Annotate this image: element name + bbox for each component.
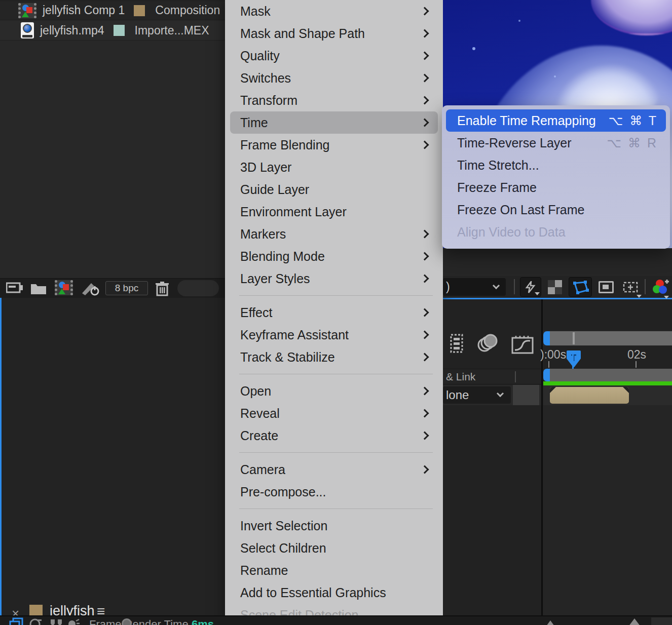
time-ruler[interactable]: ):00s 02s	[543, 346, 672, 369]
project-item-composition[interactable]: jellyfish Comp 1 Composition	[0, 1, 225, 20]
menu-item-invert-selection[interactable]: Invert Selection	[225, 515, 443, 537]
menu-item-quality[interactable]: Quality	[225, 45, 443, 67]
menu-item-markers[interactable]: Markers	[225, 223, 443, 245]
grid-guides-button[interactable]	[619, 277, 642, 297]
menu-item-blending-mode[interactable]: Blending Mode	[225, 245, 443, 267]
project-panel: jellyfish Comp 1 Composition jellyfish.m…	[0, 0, 225, 298]
menu-item-create[interactable]: Create	[225, 424, 443, 447]
composition-flowchart-icon[interactable]	[9, 617, 23, 625]
work-area-track[interactable]	[550, 369, 672, 381]
menu-item-mask-and-shape-path[interactable]: Mask and Shape Path	[225, 22, 443, 45]
timeline-zoom-slider-knob[interactable]	[122, 618, 132, 625]
menu-item-label: Switches	[240, 71, 422, 86]
shortcut-label: ⌥ ⌘ R	[607, 136, 658, 150]
fast-previews-button[interactable]	[520, 277, 541, 297]
render-engine-icon[interactable]	[81, 281, 99, 296]
work-area-start-cap[interactable]	[543, 369, 550, 381]
menu-item-mask[interactable]: Mask	[225, 0, 443, 22]
menu-item-switches[interactable]: Switches	[225, 67, 443, 89]
layer-row-parent-cell: lone	[443, 385, 541, 405]
chevron-down-icon	[493, 282, 500, 289]
region-of-interest-button[interactable]	[596, 277, 616, 297]
submenu-arrow-icon	[421, 275, 429, 283]
menu-item-keyframe-assistant[interactable]: Keyframe Assistant	[225, 324, 443, 346]
menu-item-environment-layer[interactable]: Environment Layer	[225, 201, 443, 223]
region-of-interest-icon	[599, 281, 614, 293]
menu-item-reveal[interactable]: Reveal	[225, 402, 443, 424]
menu-separator	[225, 368, 443, 380]
parent-link-header: & Link	[443, 369, 541, 384]
layer-duration-bar[interactable]	[550, 387, 629, 404]
scrollbar-start-cap[interactable]	[543, 331, 550, 345]
bit-depth-button[interactable]: 8 bpc	[105, 281, 148, 295]
menu-item-layer-styles[interactable]: Layer Styles	[225, 267, 443, 290]
column-parent-link[interactable]: & Link	[446, 371, 475, 383]
track-divider[interactable]	[541, 299, 543, 615]
project-item-type: Importe...MEX	[135, 24, 209, 37]
viewer-lower-area	[443, 248, 672, 276]
playhead-marker[interactable]	[566, 350, 581, 368]
submenu-arrow-icon	[421, 29, 429, 38]
checkerboard-icon	[548, 280, 562, 294]
submenu-arrow-icon	[421, 7, 429, 16]
timeline-horizontal-scrollbar[interactable]	[543, 331, 672, 346]
mask-visibility-button[interactable]	[569, 277, 592, 297]
menu-item-label: Open	[240, 384, 422, 399]
menu-item-3d-layer[interactable]: 3D Layer	[225, 156, 443, 178]
interpret-footage-icon[interactable]	[6, 281, 23, 295]
project-item-footage[interactable]: jellyfish.mp4 Importe...MEX	[0, 21, 225, 41]
layer-in-handle[interactable]	[550, 387, 556, 393]
footage-icon	[21, 22, 34, 38]
menu-item-track-stabilize[interactable]: Track & Stabilize	[225, 346, 443, 368]
menu-item-add-to-essential-graphics[interactable]: Add to Essential Graphics	[225, 581, 443, 604]
motion-blur-icon[interactable]	[476, 334, 499, 354]
menu-item-guide-layer[interactable]: Guide Layer	[225, 178, 443, 201]
layer-out-handle[interactable]	[623, 387, 629, 393]
menu-item-pre-compose[interactable]: Pre-compose...	[225, 481, 443, 503]
submenu-arrow-icon	[421, 353, 429, 362]
viewer-zoom-dropdown[interactable]: )	[443, 278, 506, 296]
motion-blur-toggle-icon[interactable]	[67, 617, 80, 625]
menu-item-label: Quality	[240, 49, 422, 63]
graph-editor-icon[interactable]	[511, 334, 534, 355]
menu-item-frame-blending[interactable]: Frame Blending	[225, 134, 443, 156]
submenu-item-time-reverse-layer[interactable]: Time-Reverse Layer ⌥ ⌘ R	[442, 132, 670, 154]
work-area-bar[interactable]	[543, 369, 672, 381]
channel-settings-button[interactable]	[650, 277, 672, 297]
menu-item-label: Reveal	[240, 406, 422, 421]
shy-layers-icon[interactable]	[29, 617, 42, 625]
submenu-item-freeze-on-last-frame[interactable]: Freeze On Last Frame	[442, 199, 670, 221]
menu-item-camera[interactable]: Camera	[225, 458, 443, 481]
transparency-grid-button[interactable]	[545, 277, 565, 297]
menu-item-rename[interactable]: Rename	[225, 559, 443, 581]
parent-link-dropdown[interactable]: lone	[443, 386, 511, 404]
submenu-arrow-icon	[421, 96, 429, 105]
menu-item-open[interactable]: Open	[225, 380, 443, 402]
ruler-label-2s: 02s	[627, 348, 646, 362]
menu-item-transform[interactable]: Transform	[225, 89, 443, 111]
frame-blending-icon[interactable]	[449, 334, 467, 354]
menu-item-label: Mask and Shape Path	[240, 26, 422, 41]
menu-item-time[interactable]: Time	[230, 111, 438, 134]
new-composition-icon[interactable]	[55, 280, 73, 295]
label-color-swatch[interactable]	[134, 5, 145, 16]
zoom-out-icon[interactable]	[546, 620, 554, 625]
new-folder-icon[interactable]	[30, 281, 47, 295]
zoom-in-icon[interactable]	[628, 618, 641, 625]
menu-separator	[225, 447, 443, 458]
trash-icon[interactable]	[155, 281, 170, 296]
submenu-item-freeze-frame[interactable]: Freeze Frame	[442, 176, 670, 199]
project-footer-pill	[177, 280, 219, 296]
submenu-item-label: Freeze On Last Frame	[457, 203, 658, 217]
scrollbar-thumb[interactable]	[550, 331, 672, 345]
frame-blending-toggle-icon[interactable]	[49, 617, 64, 625]
ruler-label-0s: ):00s	[540, 348, 566, 362]
layer-context-menu: Mask Mask and Shape Path Quality Switche…	[225, 0, 443, 625]
layer-switch-cell[interactable]	[513, 385, 539, 405]
timeline-bottom-bar: Frame Render Time 6ms	[0, 615, 672, 625]
menu-item-select-children[interactable]: Select Children	[225, 537, 443, 559]
submenu-item-enable-time-remapping[interactable]: Enable Time Remapping ⌥ ⌘ T	[446, 109, 666, 132]
label-color-swatch[interactable]	[114, 25, 125, 36]
menu-item-effect[interactable]: Effect	[225, 301, 443, 324]
submenu-item-time-stretch[interactable]: Time Stretch...	[442, 154, 670, 176]
